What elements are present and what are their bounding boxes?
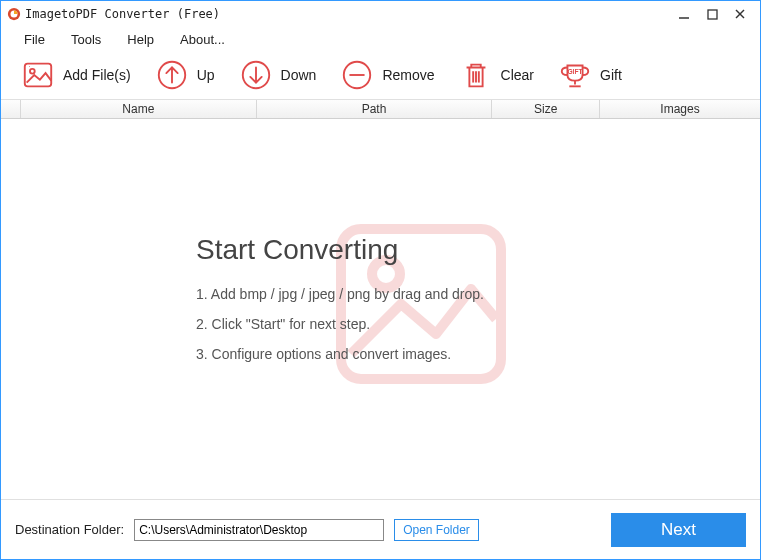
- down-label: Down: [281, 67, 317, 83]
- instructions-step1: 1. Add bmp / jpg / jpeg / png by drag an…: [196, 286, 484, 302]
- close-icon: [734, 8, 746, 20]
- minimize-button[interactable]: [670, 1, 698, 27]
- svg-text:GIFT: GIFT: [567, 68, 582, 75]
- titlebar: ImagetoPDF Converter (Free): [1, 1, 760, 27]
- clear-label: Clear: [501, 67, 534, 83]
- column-name[interactable]: Name: [21, 100, 257, 118]
- remove-button[interactable]: Remove: [330, 55, 444, 95]
- destination-input[interactable]: [134, 519, 384, 541]
- arrow-up-icon: [155, 58, 189, 92]
- window-title: ImagetoPDF Converter (Free): [25, 7, 670, 21]
- menu-about[interactable]: About...: [167, 32, 238, 47]
- open-folder-button[interactable]: Open Folder: [394, 519, 479, 541]
- down-button[interactable]: Down: [229, 55, 327, 95]
- minus-circle-icon: [340, 58, 374, 92]
- add-files-label: Add File(s): [63, 67, 131, 83]
- menu-tools[interactable]: Tools: [58, 32, 114, 47]
- column-path[interactable]: Path: [257, 100, 493, 118]
- menubar: File Tools Help About...: [1, 27, 760, 51]
- instructions-panel: Start Converting 1. Add bmp / jpg / jpeg…: [196, 234, 484, 376]
- remove-label: Remove: [382, 67, 434, 83]
- trash-icon: [459, 58, 493, 92]
- svg-rect-3: [708, 10, 717, 19]
- svg-point-8: [29, 66, 30, 67]
- gift-label: Gift: [600, 67, 622, 83]
- next-button[interactable]: Next: [611, 513, 746, 547]
- table-header: Name Path Size Images: [1, 99, 760, 119]
- arrow-down-icon: [239, 58, 273, 92]
- minimize-icon: [678, 8, 690, 20]
- instructions-heading: Start Converting: [196, 234, 484, 266]
- instructions-step2: 2. Click "Start" for next step.: [196, 316, 484, 332]
- app-icon: [7, 7, 21, 21]
- column-size[interactable]: Size: [492, 100, 600, 118]
- trophy-gift-icon: GIFT: [558, 58, 592, 92]
- menu-help[interactable]: Help: [114, 32, 167, 47]
- gift-button[interactable]: GIFT Gift: [548, 55, 632, 95]
- destination-label: Destination Folder:: [15, 522, 124, 537]
- file-list-area[interactable]: Start Converting 1. Add bmp / jpg / jpeg…: [1, 119, 760, 491]
- image-add-icon: [21, 58, 55, 92]
- toolbar: Add File(s) Up Down Remove Clear: [1, 51, 760, 99]
- menu-file[interactable]: File: [11, 32, 58, 47]
- instructions-step3: 3. Configure options and convert images.: [196, 346, 484, 362]
- up-label: Up: [197, 67, 215, 83]
- close-button[interactable]: [726, 1, 754, 27]
- bottom-bar: Destination Folder: Open Folder Next: [1, 499, 760, 559]
- maximize-button[interactable]: [698, 1, 726, 27]
- column-checkbox[interactable]: [1, 100, 21, 118]
- column-images[interactable]: Images: [600, 100, 760, 118]
- up-button[interactable]: Up: [145, 55, 225, 95]
- clear-button[interactable]: Clear: [449, 55, 544, 95]
- svg-point-7: [30, 69, 35, 74]
- add-files-button[interactable]: Add File(s): [11, 55, 141, 95]
- maximize-icon: [707, 9, 718, 20]
